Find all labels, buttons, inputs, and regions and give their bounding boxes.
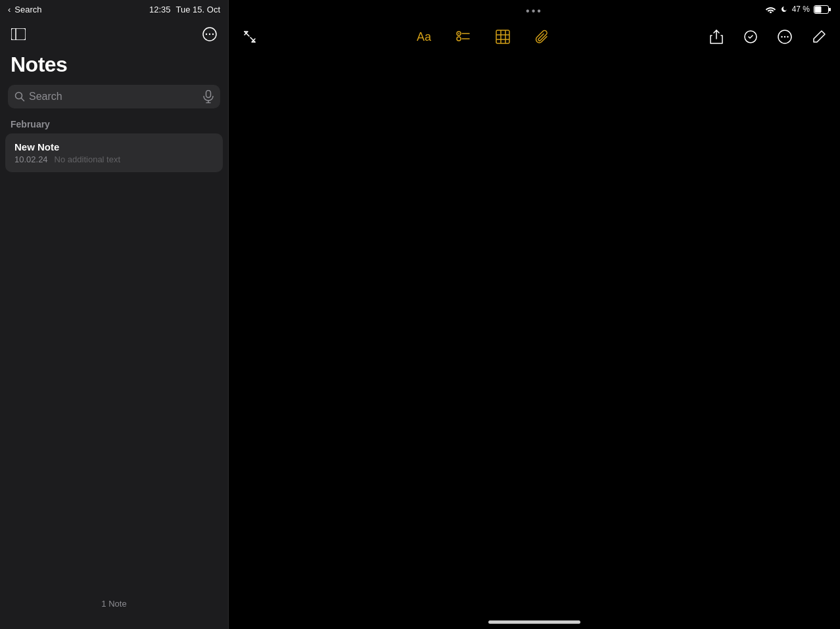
battery-percentage: 47 % [792,5,810,14]
microphone-icon[interactable] [203,90,214,103]
note-meta: 10.02.24 No additional text [14,154,214,164]
main-toolbar: Aa [229,18,840,55]
svg-line-7 [22,99,24,101]
home-indicator [488,620,580,624]
search-placeholder: Search [29,91,199,103]
share-icon[interactable] [706,26,727,47]
sidebar-top-bar [0,18,228,50]
search-bar[interactable]: Search [8,85,220,108]
app-layout: ‹ Search 12:35 Tue 15. Oct [0,0,840,629]
markup-icon[interactable] [740,26,761,47]
status-left: ‹ Search [8,5,42,14]
notes-title: Notes [11,53,218,77]
back-label[interactable]: Search [14,5,41,14]
svg-rect-8 [206,91,211,98]
notes-title-area: Notes [0,50,228,82]
sidebar: ‹ Search 12:35 Tue 15. Oct [0,0,229,629]
svg-point-3 [206,34,207,35]
status-date-time: 12:35 Tue 15. Oct [149,5,220,14]
checklist-icon[interactable] [453,26,474,47]
note-date: 10.02.24 [14,154,48,164]
time-display: 12:35 [149,5,171,14]
svg-point-5 [212,34,214,35]
more-circle-icon[interactable] [199,24,220,45]
toolbar-right [706,26,829,47]
main-content-area: ••• 47 % [229,0,840,629]
note-preview: No additional text [55,154,120,164]
svg-rect-13 [815,6,822,12]
table-icon[interactable] [492,26,513,47]
sidebar-toggle-icon[interactable] [8,24,29,45]
sidebar-footer: 1 Note [0,597,228,609]
attachment-icon[interactable] [532,26,553,47]
toolbar-center: Aa [413,26,553,47]
search-icon [14,91,25,102]
svg-rect-0 [11,28,26,40]
toolbar-left [239,26,260,47]
format-text-icon[interactable]: Aa [413,26,434,47]
svg-point-17 [458,33,459,34]
back-chevron-icon: ‹ [8,5,11,14]
svg-rect-12 [829,8,831,11]
note-count: 1 Note [101,599,126,609]
moon-icon [780,5,788,13]
svg-point-19 [457,37,461,41]
resize-arrow-icon[interactable] [239,26,260,47]
compose-icon[interactable] [808,26,829,47]
status-right: 47 % [756,0,840,18]
drag-handle-dots: ••• [526,5,543,17]
svg-point-4 [209,34,210,35]
note-title: New Note [14,141,214,152]
svg-point-28 [781,36,782,37]
more-options-icon[interactable] [774,26,795,47]
svg-point-29 [784,36,785,37]
note-item[interactable]: New Note 10.02.24 No additional text [5,133,223,172]
svg-point-30 [787,36,788,37]
svg-rect-21 [496,30,509,43]
date-display: Tue 15. Oct [176,5,220,14]
wifi-icon [765,5,776,13]
battery-icon [814,5,831,14]
section-february-label: February [0,116,228,133]
note-content-area[interactable] [229,55,840,629]
